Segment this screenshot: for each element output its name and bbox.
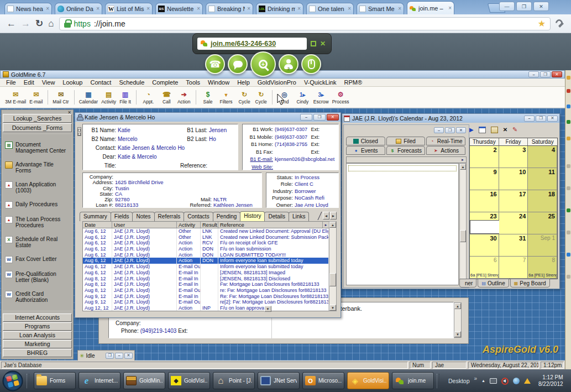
taskbar-app-button[interactable]: GoldVisi... (347, 372, 389, 389)
forward-icon[interactable]: → (21, 19, 30, 28)
menu-item[interactable]: Complete (148, 79, 182, 86)
calendar-day-cell[interactable]: 31 (499, 234, 528, 257)
chevron-icon[interactable]: » (474, 375, 478, 381)
field-value[interactable]: Client C (295, 181, 313, 187)
scroll-right-icon[interactable] (330, 212, 337, 219)
browser-tab[interactable]: News hea (4, 3, 52, 14)
menu-item[interactable]: Contact (86, 79, 115, 86)
contact-tab[interactable]: Referrals (154, 212, 185, 221)
scrollbar[interactable] (459, 163, 467, 285)
tab-close-icon[interactable] (448, 6, 452, 11)
sidebar-document-item[interactable]: Loan Application (1003) (4, 177, 71, 197)
contact-tab[interactable]: Pending (213, 212, 241, 221)
table-row[interactable]: Aug 6, 12 JAE (J.R. Lloyd) Action DON In… (83, 258, 329, 264)
calendar-day-cell[interactable]: 4 (528, 146, 557, 168)
column-header[interactable]: Result (201, 222, 218, 228)
menu-item[interactable]: Lookup (59, 79, 86, 86)
column-header[interactable]: Date (83, 222, 112, 228)
contact-tab[interactable]: Links (289, 212, 309, 221)
field-value[interactable]: (949)637-0307 (275, 126, 305, 134)
field-value[interactable]: kjensen026@sbcglobal.net (275, 156, 305, 164)
menu-item[interactable]: Help (233, 79, 254, 86)
joinme-zoom-button[interactable] (250, 51, 276, 77)
network-tray-icon[interactable] (513, 378, 520, 384)
toolbar-button[interactable]: 3M E-mail (3, 90, 28, 104)
contact-titlebar[interactable]: Katie Jensen & Mercelo Ho (75, 113, 340, 122)
toolbar-button[interactable]: Appt. (139, 90, 158, 104)
scrollbar[interactable] (329, 221, 337, 311)
calendar-day-cell[interactable]: 17 (499, 190, 528, 212)
delete-icon[interactable] (503, 127, 507, 133)
sidebar-tab[interactable]: Lookup _Searches (3, 114, 72, 123)
tab-close-icon[interactable] (146, 6, 150, 12)
menu-item[interactable]: File (2, 79, 20, 86)
taskbar-app-button[interactable]: Point - [J... (213, 372, 255, 389)
taskbar-app-button[interactable]: Microso... (302, 372, 344, 389)
reload-icon[interactable]: ↻ (35, 19, 43, 28)
calendar-day-cell[interactable]: 2 (470, 146, 499, 168)
expand-right-icon[interactable] (322, 222, 329, 228)
sidebar-document-item[interactable]: Credit Card Authorization (4, 287, 71, 307)
taskbar-clock[interactable]: 1:12 PM 8/22/2012 (535, 374, 567, 388)
joinme-mouse-button[interactable] (301, 54, 321, 74)
toolbar-button[interactable]: Escrow (312, 90, 331, 104)
browser-tab[interactable]: Newslette (155, 3, 203, 14)
close-icon[interactable] (456, 127, 466, 133)
back-icon[interactable]: ← (7, 19, 16, 28)
browser-tab[interactable]: Breaking N (206, 3, 253, 14)
calendar-day-cell[interactable]: 3 (499, 146, 528, 168)
menu-item[interactable]: Window (204, 79, 233, 86)
activity-tab[interactable]: Real-Time (426, 137, 465, 145)
field-value[interactable]: Katie & Mercelo (118, 153, 173, 161)
field-value[interactable]: In Process (295, 174, 319, 181)
sidebar-document-item[interactable]: Schedule of Real Estate (4, 232, 71, 252)
close-icon[interactable] (533, 2, 549, 11)
contact-tab[interactable]: Summary (80, 212, 111, 221)
sidebar-document-item[interactable]: The Loan Process Procedures (4, 212, 71, 232)
notebook-icon[interactable] (491, 127, 498, 133)
desktop-toolbar-label[interactable]: Desktop (448, 378, 470, 384)
scroll-up-icon[interactable] (454, 303, 461, 309)
scroll-down-icon[interactable] (454, 331, 461, 337)
activity-tab[interactable]: Actions (426, 146, 465, 155)
menu-item[interactable]: Tools (182, 79, 204, 86)
field-value[interactable]: NoCash Refi (295, 195, 324, 201)
calendar-titlebar[interactable]: JAE (J.R. Lloyd)'s Calendar - Aug 23, 20… (342, 114, 559, 123)
scroll-thumb[interactable] (329, 273, 336, 286)
taskbar-grip[interactable] (27, 374, 29, 388)
field-value[interactable]: Katie Jensen & Mercelo Ho (118, 144, 173, 153)
joinme-restore-icon[interactable] (311, 41, 316, 46)
toolbar-button[interactable]: Action (176, 90, 196, 104)
joinme-close-icon[interactable] (320, 40, 326, 48)
bookmark-star-icon[interactable] (538, 18, 546, 29)
toolbar-button[interactable]: Cycle (235, 90, 254, 104)
tab-close-icon[interactable] (247, 6, 250, 12)
calendar-day-cell[interactable]: Sep 1 (528, 234, 557, 257)
toolbar-button[interactable]: Activity (99, 90, 118, 104)
field-value[interactable]: 88218133 (115, 202, 176, 208)
browser-tab[interactable]: List of Mis (105, 3, 153, 14)
sidebar-document-item[interactable]: Document Management Center (4, 138, 71, 158)
table-row[interactable]: Aug 6, 12 JAE (J.R. Lloyd) Action DON F/… (83, 246, 329, 252)
row-dropdown-icon[interactable] (264, 306, 271, 312)
calendar-view-tab[interactable]: ner (459, 279, 476, 288)
sidebar-section-tab[interactable]: BHREG (3, 349, 72, 357)
column-header[interactable]: User (112, 222, 177, 228)
scroll-thumb[interactable] (460, 230, 466, 242)
table-row[interactable]: Aug 6, 12 JAE (J.R. Lloyd) Other LNK Cre… (83, 228, 329, 234)
toolbar-button[interactable]: Process (331, 90, 351, 104)
menu-item[interactable]: View (38, 79, 59, 86)
calendar-day-cell[interactable]: 10 (499, 168, 528, 190)
panel-splitter-handle[interactable] (77, 127, 81, 136)
table-row[interactable]: Aug 9, 12 JAE (J.R. Lloyd) E-mail Out re… (83, 299, 329, 305)
sidebar-document-item[interactable]: Pre-Qualification Letter (Blank) (4, 267, 71, 287)
field-value[interactable]: Jensen (209, 126, 227, 135)
field-value[interactable]: Tustin (115, 186, 176, 191)
taskbar-app-button[interactable]: join.me (392, 372, 434, 389)
restore-icon[interactable] (106, 353, 114, 359)
joinme-session-url[interactable]: join.me/643-246-630 (211, 40, 276, 48)
idle-window[interactable]: Idle (77, 350, 135, 361)
scroll-down-icon[interactable] (329, 305, 336, 311)
field-value[interactable]: Kathleen Jensen (213, 202, 253, 208)
minimize-icon[interactable] (434, 127, 444, 133)
